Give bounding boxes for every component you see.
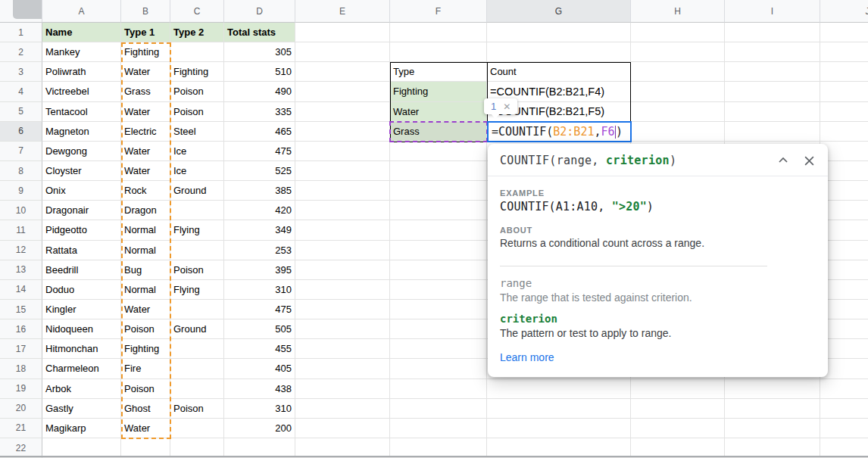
column-header-h[interactable]: H	[631, 0, 725, 23]
cell-h2[interactable]	[631, 42, 725, 62]
row-header-3[interactable]: 3	[0, 62, 42, 82]
cell-j3[interactable]	[820, 62, 868, 82]
row-header-2[interactable]: 2	[0, 42, 42, 62]
cell-i1[interactable]	[725, 23, 820, 42]
cell-e7[interactable]	[295, 142, 390, 161]
cell-a1[interactable]: Name	[42, 23, 121, 42]
cell-a13[interactable]: Beedrill	[42, 260, 121, 280]
cell-d8[interactable]: 525	[224, 161, 295, 181]
column-header-g[interactable]: G	[487, 0, 631, 23]
cell-d21[interactable]: 200	[224, 419, 295, 438]
cell-d2[interactable]: 305	[224, 42, 295, 62]
cell-d3[interactable]: 510	[224, 62, 295, 82]
cell-c3[interactable]: Fighting	[170, 62, 224, 82]
cell-a3[interactable]: Poliwrath	[42, 62, 121, 82]
cell-f20[interactable]	[390, 399, 487, 419]
cell-b20[interactable]: Ghost	[121, 399, 170, 419]
cell-b12[interactable]: Normal	[121, 241, 170, 260]
cell-c13[interactable]: Poison	[170, 260, 224, 280]
cell-b19[interactable]: Poison	[121, 379, 170, 399]
cell-a19[interactable]: Arbok	[42, 379, 121, 399]
cell-a10[interactable]: Dragonair	[42, 201, 121, 220]
cell-j2[interactable]	[820, 42, 868, 62]
cell-j6[interactable]	[820, 122, 868, 142]
cell-e11[interactable]	[295, 220, 390, 240]
cell-d15[interactable]: 475	[224, 300, 295, 319]
cell-f15[interactable]	[390, 300, 487, 319]
cell-c5[interactable]: Poison	[170, 102, 224, 122]
cell-e6[interactable]	[295, 122, 390, 142]
cell-c18[interactable]	[170, 359, 224, 379]
cell-c20[interactable]: Poison	[170, 399, 224, 419]
cell-g3[interactable]: Count	[487, 62, 631, 82]
tooltip-close-icon[interactable]: ✕	[503, 101, 510, 112]
row-header-8[interactable]: 8	[0, 161, 42, 181]
cell-c6[interactable]: Steel	[170, 122, 224, 142]
cell-d4[interactable]: 490	[224, 82, 295, 101]
cell-b1[interactable]: Type 1	[121, 23, 170, 42]
cell-h19[interactable]	[631, 379, 725, 399]
select-all-corner[interactable]	[0, 0, 42, 23]
cell-j19[interactable]	[820, 379, 868, 399]
cell-f21[interactable]	[390, 419, 487, 438]
cell-j20[interactable]	[820, 399, 868, 419]
cell-d17[interactable]: 455	[224, 339, 295, 359]
cell-b21[interactable]: Water	[121, 419, 170, 438]
cell-b4[interactable]: Grass	[121, 82, 170, 101]
cell-f1[interactable]	[390, 23, 487, 42]
cell-e2[interactable]	[295, 42, 390, 62]
cell-e17[interactable]	[295, 339, 390, 359]
row-header-14[interactable]: 14	[0, 280, 42, 300]
cell-c14[interactable]: Flying	[170, 280, 224, 300]
column-header-e[interactable]: E	[295, 0, 390, 23]
cell-f17[interactable]	[390, 339, 487, 359]
cell-e8[interactable]	[295, 161, 390, 181]
row-header-1[interactable]: 1	[0, 23, 42, 42]
cell-c15[interactable]	[170, 300, 224, 319]
cell-d12[interactable]: 253	[224, 241, 295, 260]
cell-a8[interactable]: Cloyster	[42, 161, 121, 181]
cell-e9[interactable]	[295, 181, 390, 201]
row-header-19[interactable]: 19	[0, 379, 42, 399]
row-header-5[interactable]: 5	[0, 102, 42, 122]
cell-d19[interactable]: 438	[224, 379, 295, 399]
cell-d10[interactable]: 420	[224, 201, 295, 220]
cell-d18[interactable]: 405	[224, 359, 295, 379]
column-header-i[interactable]: I	[725, 0, 820, 23]
cell-g20[interactable]	[487, 399, 631, 419]
cell-j1[interactable]	[820, 23, 868, 42]
column-header-d[interactable]: D	[224, 0, 295, 23]
formula-edit-cell-g6[interactable]: =COUNTIF(B2:B21,F6)	[487, 121, 632, 142]
cell-b5[interactable]: Water	[121, 102, 170, 122]
cell-i2[interactable]	[725, 42, 820, 62]
cell-b11[interactable]: Normal	[121, 220, 170, 240]
cell-a4[interactable]: Victreebel	[42, 82, 121, 101]
cell-d5[interactable]: 335	[224, 102, 295, 122]
cell-f12[interactable]	[390, 241, 487, 260]
row-header-15[interactable]: 15	[0, 300, 42, 319]
row-header-17[interactable]: 17	[0, 339, 42, 359]
close-icon[interactable]	[801, 152, 817, 169]
cell-h5[interactable]	[631, 102, 725, 122]
cell-b9[interactable]: Rock	[121, 181, 170, 201]
cell-e21[interactable]	[295, 419, 390, 438]
cell-c7[interactable]: Ice	[170, 142, 224, 161]
row-header-11[interactable]: 11	[0, 220, 42, 240]
cell-e19[interactable]	[295, 379, 390, 399]
cell-d6[interactable]: 465	[224, 122, 295, 142]
row-header-4[interactable]: 4	[0, 82, 42, 101]
cell-a14[interactable]: Doduo	[42, 280, 121, 300]
cell-c9[interactable]: Ground	[170, 181, 224, 201]
row-header-21[interactable]: 21	[0, 419, 42, 438]
cell-i3[interactable]	[725, 62, 820, 82]
cell-b7[interactable]: Water	[121, 142, 170, 161]
cell-b17[interactable]: Fighting	[121, 339, 170, 359]
cell-c17[interactable]	[170, 339, 224, 359]
cell-f8[interactable]	[390, 161, 487, 181]
cell-c2[interactable]	[170, 42, 224, 62]
cell-h1[interactable]	[631, 23, 725, 42]
cell-b14[interactable]: Normal	[121, 280, 170, 300]
cell-i21[interactable]	[725, 419, 820, 438]
cell-h3[interactable]	[631, 62, 725, 82]
learn-more-link[interactable]: Learn more	[500, 351, 554, 363]
